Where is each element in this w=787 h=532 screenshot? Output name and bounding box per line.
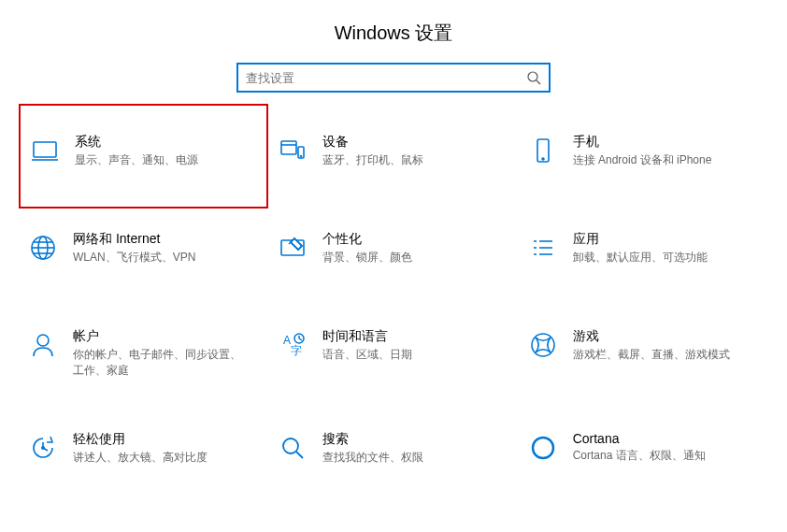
svg-point-32 [42, 446, 44, 448]
tile-desc: Cortana 语言、权限、通知 [573, 448, 741, 464]
tile-ease-access[interactable]: 轻松使用 讲述人、放大镜、高对比度 [19, 427, 268, 480]
svg-rect-2 [34, 142, 56, 157]
tile-phone[interactable]: 手机 连接 Android 设备和 iPhone [519, 130, 768, 182]
tile-desc: 连接 Android 设备和 iPhone [573, 152, 741, 168]
tile-desc: 显示、声音、通知、电源 [75, 152, 243, 168]
tile-cortana[interactable]: Cortana Cortana 语言、权限、通知 [519, 427, 768, 480]
tile-apps[interactable]: 应用 卸载、默认应用、可选功能 [519, 227, 768, 280]
tile-desc: 语音、区域、日期 [322, 347, 491, 363]
tile-title: 个性化 [322, 231, 510, 248]
svg-point-35 [533, 438, 553, 458]
tile-title: 帐户 [73, 328, 261, 345]
gaming-icon [526, 328, 560, 362]
tile-text: 应用 卸载、默认应用、可选功能 [573, 231, 761, 266]
tile-title: Cortana [573, 431, 761, 446]
devices-icon [276, 134, 309, 167]
svg-point-0 [528, 72, 537, 81]
tile-devices[interactable]: 设备 蓝牙、打印机、鼠标 [268, 130, 518, 182]
tile-text: 轻松使用 讲述人、放大镜、高对比度 [73, 431, 261, 466]
ease-access-icon [26, 431, 60, 465]
tile-search[interactable]: 搜索 查找我的文件、权限 [268, 427, 518, 480]
tile-desc: 背景、锁屏、颜色 [322, 250, 491, 266]
cortana-icon [526, 431, 560, 465]
apps-icon [526, 231, 560, 265]
tile-text: 时间和语言 语音、区域、日期 [322, 328, 510, 363]
svg-line-1 [537, 80, 540, 84]
svg-text:字: 字 [291, 344, 302, 357]
svg-text:A: A [283, 334, 291, 347]
settings-grid: 系统 显示、声音、通知、电源 设备 蓝牙、打印机、鼠标 手机 [0, 130, 787, 480]
tile-desc: 游戏栏、截屏、直播、游戏模式 [573, 347, 741, 363]
tile-desc: 你的帐户、电子邮件、同步设置、工作、家庭 [73, 347, 241, 379]
tile-text: 搜索 查找我的文件、权限 [322, 431, 510, 466]
search-container [0, 63, 787, 93]
tile-desc: WLAN、飞行模式、VPN [73, 250, 241, 266]
tile-text: 手机 连接 Android 设备和 iPhone [573, 134, 761, 168]
tile-text: 系统 显示、声音、通知、电源 [75, 134, 259, 168]
accounts-icon [26, 328, 60, 362]
time-language-icon: A 字 [276, 328, 309, 362]
search-input[interactable] [246, 71, 526, 85]
tile-title: 网络和 Internet [73, 231, 261, 248]
system-icon [28, 134, 62, 167]
tile-title: 系统 [75, 134, 259, 151]
tile-network[interactable]: 网络和 Internet WLAN、飞行模式、VPN [19, 227, 268, 280]
svg-point-7 [301, 156, 302, 157]
tile-text: 个性化 背景、锁屏、颜色 [322, 231, 510, 266]
svg-point-33 [283, 439, 298, 453]
magnify-icon [276, 431, 309, 465]
svg-line-34 [296, 452, 303, 458]
svg-point-9 [542, 158, 544, 160]
tile-title: 设备 [322, 134, 510, 151]
tile-text: 游戏 游戏栏、截屏、直播、游戏模式 [573, 328, 761, 363]
tile-text: 设备 蓝牙、打印机、鼠标 [322, 134, 510, 168]
tile-personalization[interactable]: 个性化 背景、锁屏、颜色 [268, 227, 518, 280]
tile-text: 帐户 你的帐户、电子邮件、同步设置、工作、家庭 [73, 328, 261, 379]
tile-time-language[interactable]: A 字 时间和语言 语音、区域、日期 [268, 324, 518, 382]
globe-icon [26, 231, 60, 265]
tile-desc: 蓝牙、打印机、鼠标 [322, 152, 491, 168]
tile-title: 应用 [573, 231, 761, 248]
svg-line-28 [299, 338, 302, 340]
search-box[interactable] [236, 63, 551, 93]
svg-rect-4 [281, 141, 296, 154]
svg-point-29 [532, 334, 554, 356]
tile-gaming[interactable]: 游戏 游戏栏、截屏、直播、游戏模式 [519, 324, 768, 382]
tile-desc: 卸载、默认应用、可选功能 [573, 250, 741, 266]
tile-title: 手机 [573, 134, 761, 151]
tile-title: 时间和语言 [322, 328, 510, 345]
personalize-icon [276, 231, 309, 265]
tile-accounts[interactable]: 帐户 你的帐户、电子邮件、同步设置、工作、家庭 [19, 324, 268, 382]
tile-title: 搜索 [322, 431, 510, 448]
phone-icon [526, 134, 560, 167]
tile-desc: 讲述人、放大镜、高对比度 [73, 450, 241, 466]
page-title: Windows 设置 [0, 0, 787, 63]
tile-text: 网络和 Internet WLAN、飞行模式、VPN [73, 231, 261, 266]
tile-desc: 查找我的文件、权限 [322, 450, 491, 466]
tile-title: 游戏 [573, 328, 761, 345]
svg-point-23 [37, 335, 49, 346]
tile-system[interactable]: 系统 显示、声音、通知、电源 [19, 104, 268, 208]
tile-title: 轻松使用 [73, 431, 261, 448]
svg-line-16 [289, 242, 291, 244]
tile-text: Cortana Cortana 语言、权限、通知 [573, 431, 761, 464]
search-icon [526, 70, 541, 85]
